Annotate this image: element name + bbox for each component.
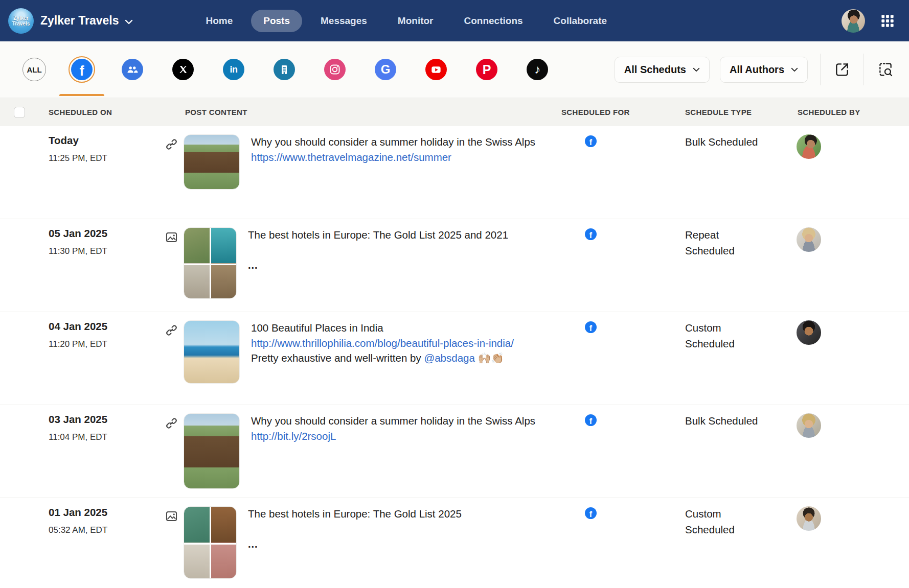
network-filter-pinterest[interactable]: P	[473, 56, 500, 83]
table-row[interactable]: 04 Jan 202511:20 PM, EDT100 Beautiful Pl…	[0, 312, 909, 405]
post-text-segment: The best hotels in Europe: The Gold List…	[248, 508, 462, 520]
google-my-business-icon: G	[375, 59, 396, 80]
main-nav: HomePostsMessagesMonitorConnectionsColla…	[193, 10, 619, 32]
facebook-badge-icon: f	[585, 507, 597, 519]
header-scheduled-for: SCHEDULED FOR	[557, 108, 654, 116]
network-filter-linkedin[interactable]: in	[220, 56, 247, 83]
top-navbar: Zylker Travels Zylker Travels HomePostsM…	[0, 0, 909, 41]
post-text-segment: Why you should consider a summer holiday…	[251, 136, 535, 148]
network-filter-instagram[interactable]	[322, 56, 348, 83]
post-link[interactable]: @absdaga	[424, 352, 474, 364]
tiktok-icon: ♪	[527, 59, 548, 80]
linkedin-icon: in	[223, 59, 244, 80]
x-twitter-icon	[172, 59, 194, 80]
brand-name: Zylker Travels	[40, 14, 119, 28]
scheduled-by-avatar	[797, 134, 821, 159]
post-link[interactable]: http://www.thrillophilia.com/blog/beauti…	[251, 337, 514, 349]
facebook-badge-icon: f	[585, 414, 597, 426]
divider	[820, 54, 821, 85]
network-filter-google-my-business[interactable]: G	[372, 56, 399, 83]
table-row[interactable]: 03 Jan 202511:04 PM, EDTWhy you should c…	[0, 405, 909, 498]
post-text-segment: 100 Beautiful Places in India	[251, 322, 383, 334]
nav-item-home[interactable]: Home	[193, 10, 245, 32]
post-text: Why you should consider a summer holiday…	[251, 134, 535, 164]
schedule-type: Custom Scheduled	[685, 320, 762, 352]
attachment-image-icon	[165, 230, 178, 246]
post-text-segment: Why you should consider a summer holiday…	[251, 415, 535, 427]
brand-logo-icon: Zylker Travels	[8, 8, 34, 34]
post-text-segment: Pretty exhaustive and well-written by	[251, 352, 424, 364]
nav-right	[842, 9, 897, 33]
header-scheduled-by: SCHEDULED BY	[767, 108, 909, 116]
post-ellipsis[interactable]: ...	[248, 258, 508, 273]
post-link[interactable]: http://bit.ly/2rsoojL	[251, 430, 336, 442]
row-time: 11:25 PM, EDT	[49, 153, 156, 163]
chevron-down-icon	[791, 67, 798, 72]
schedule-filter-label: All Scheduts	[624, 64, 686, 76]
post-ellipsis[interactable]: ...	[248, 537, 462, 552]
row-time: 11:04 PM, EDT	[49, 432, 156, 442]
header-post-content: POST CONTENT	[156, 108, 557, 116]
export-share-icon[interactable]	[833, 60, 851, 79]
network-filter-list: finGP♪	[69, 56, 551, 83]
attachment-link-icon	[165, 323, 178, 339]
post-text: Why you should consider a summer holiday…	[251, 413, 540, 443]
post-link[interactable]: https://www.thetravelmagazine.net/summer	[251, 151, 451, 163]
scheduled-by-avatar	[797, 227, 821, 252]
nav-item-posts[interactable]: Posts	[251, 10, 302, 32]
nav-item-collaborate[interactable]: Collaborate	[541, 10, 620, 32]
authors-filter-dropdown[interactable]: All Authors	[720, 57, 808, 83]
row-time: 11:20 PM, EDT	[49, 339, 156, 349]
nav-item-monitor[interactable]: Monitor	[385, 10, 446, 32]
network-filter-facebook[interactable]: f	[69, 56, 95, 83]
facebook-icon: f	[71, 59, 93, 80]
network-filter-bar: ALL finGP♪ All Scheduts All Authors	[0, 41, 909, 98]
youtube-icon	[425, 59, 447, 80]
attachment-image-icon	[165, 509, 178, 525]
chevron-down-icon	[125, 14, 133, 28]
table-header: SCHEDULED ON POST CONTENT SCHEDULED FOR …	[0, 98, 909, 126]
table-row[interactable]: 05 Jan 202511:30 PM, EDTThe best hotels …	[0, 219, 909, 312]
schedule-type: Repeat Scheduled	[685, 227, 762, 259]
network-filter-x-twitter[interactable]	[170, 56, 196, 83]
table-row[interactable]: Today11:25 PM, EDTWhy you should conside…	[0, 126, 909, 219]
attachment-link-icon	[165, 416, 178, 432]
network-filter-tiktok[interactable]: ♪	[524, 56, 551, 83]
apps-grid-icon[interactable]	[878, 12, 897, 30]
row-time: 05:32 AM, EDT	[49, 525, 156, 535]
pinterest-icon: P	[476, 59, 497, 80]
brand-switcher[interactable]: Zylker Travels	[40, 14, 133, 28]
post-text: The best hotels in Europe: The Gold List…	[248, 227, 508, 272]
post-search-icon[interactable]	[876, 60, 895, 79]
network-filter-linkedin-page[interactable]	[271, 56, 298, 83]
network-filter-youtube[interactable]	[423, 56, 449, 83]
brand-logo-line2: Travels	[12, 21, 30, 27]
facebook-badge-icon: f	[585, 135, 597, 147]
scheduled-by-avatar	[797, 413, 821, 438]
profile-avatar[interactable]	[842, 9, 865, 33]
scheduled-by-avatar	[797, 320, 821, 345]
nav-item-connections[interactable]: Connections	[452, 10, 535, 32]
schedule-type: Bulk Scheduled	[685, 413, 758, 429]
scheduled-posts-list: Today11:25 PM, EDTWhy you should conside…	[0, 126, 909, 588]
table-row[interactable]: 01 Jan 202505:32 AM, EDTThe best hotels …	[0, 498, 909, 588]
row-date: 04 Jan 2025	[49, 320, 156, 333]
row-time: 11:30 PM, EDT	[49, 246, 156, 256]
post-thumbnail	[184, 320, 240, 384]
post-thumbnail	[184, 506, 237, 579]
post-text: 100 Beautiful Places in Indiahttp://www.…	[251, 320, 540, 366]
schedule-filter-dropdown[interactable]: All Scheduts	[615, 57, 710, 83]
network-filter-facebook-group[interactable]	[119, 56, 146, 83]
post-thumbnail	[184, 227, 237, 299]
select-all-checkbox[interactable]	[14, 107, 25, 118]
brand-logo-line1: Zylker	[13, 15, 28, 21]
post-text-segment: The best hotels in Europe: The Gold List…	[248, 229, 508, 241]
post-thumbnail	[184, 413, 240, 489]
header-schedule-type: SCHEDULE TYPE	[654, 108, 767, 116]
filter-all-chip[interactable]: ALL	[22, 58, 46, 81]
post-text-segment: 🙌🏼👏🏼	[475, 352, 504, 364]
post-thumbnail	[184, 134, 240, 190]
post-text: The best hotels in Europe: The Gold List…	[248, 506, 462, 551]
nav-item-messages[interactable]: Messages	[308, 10, 379, 32]
divider	[863, 54, 864, 85]
